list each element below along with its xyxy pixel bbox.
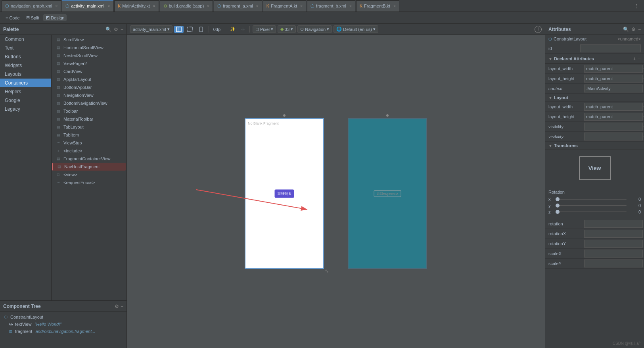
palette-item-icon: ▤ (56, 124, 61, 130)
phone1-nav-button[interactable]: 跳转到B (274, 189, 294, 198)
palette-search-icon[interactable]: 🔍 (105, 27, 111, 32)
constraint-layout-item[interactable]: ⬡ ConstraintLayout (2, 313, 125, 321)
palette-category-containers[interactable]: Containers (0, 79, 51, 87)
breadcrumb-icon: ⬡ (548, 37, 552, 41)
palette-category-buttons[interactable]: Buttons (0, 52, 51, 61)
transforms-section-header[interactable]: ▼ Transforms (545, 142, 644, 150)
declared-add-btn[interactable]: + (633, 56, 636, 62)
tab-close[interactable]: × (349, 4, 352, 8)
split-view-btn[interactable]: ⊞ Split (24, 14, 42, 21)
list-item[interactable]: ▤ NavigationView (52, 91, 126, 99)
phone2-nav-button[interactable]: 返回fragment A (374, 190, 401, 197)
nav-dropdown[interactable]: ⊙ Navigation ▾ (297, 25, 332, 33)
id-input[interactable] (580, 44, 641, 52)
rotation-y-slider[interactable] (556, 205, 627, 206)
code-view-btn[interactable]: ≡ Code (3, 15, 22, 21)
palette-category-common[interactable]: Common (0, 35, 51, 44)
tab-close[interactable]: × (107, 4, 110, 8)
layout-height-input[interactable] (584, 75, 643, 83)
layout-height-input2[interactable] (584, 113, 643, 121)
phone2-frame[interactable]: 返回fragment A (348, 118, 427, 269)
palette-category-google[interactable]: Google (0, 96, 51, 105)
list-item[interactable]: ▤ TabLayout (52, 123, 126, 131)
list-item[interactable]: ▤ Toolbar (52, 107, 126, 115)
list-item[interactable]: ▤ ViewPager2 (52, 60, 126, 67)
tab-build-gradle[interactable]: ⚙ build.gradle (:app) × (160, 0, 213, 12)
visibility-input2[interactable] (584, 133, 643, 140)
rotation-z-slider[interactable] (556, 211, 627, 212)
attrs-settings-icon[interactable]: ⚙ (631, 27, 636, 32)
device-dropdown[interactable]: ◻ Pixel ▾ (253, 25, 276, 33)
tab-nav-graph[interactable]: ⬡ navigation_graph.xml × (2, 0, 61, 12)
list-item[interactable]: ▤ HorizontalScrollView (52, 44, 126, 52)
palette-category-text[interactable]: Text (0, 44, 51, 52)
layout-width-input[interactable] (584, 65, 643, 73)
api-dropdown[interactable]: ◆ 33 ▾ (278, 25, 296, 33)
list-item[interactable]: ▤ AppBarLayout (52, 75, 126, 83)
phone1-frame[interactable]: No Blank Fragment 跳转到B (245, 118, 324, 269)
tab-fragment-b-kt[interactable]: K FragmentB.kt × (356, 0, 399, 12)
tab-close[interactable]: × (256, 4, 259, 8)
palette-category-widgets[interactable]: Widgets (0, 61, 51, 70)
design-mode-btn[interactable] (174, 26, 184, 33)
tab-fragment-a-xml[interactable]: ⬡ fragment_a.xml × (214, 0, 262, 12)
scaleX-field-input[interactable] (584, 250, 643, 258)
tab-main-activity[interactable]: K MainActivity.kt × (114, 0, 159, 12)
list-item[interactable]: ▤ BottomNavigationView (52, 99, 126, 107)
component-tree-settings-icon[interactable]: ⚙ (115, 304, 119, 309)
context-input[interactable] (584, 85, 643, 92)
palette-category-legacy[interactable]: Legacy (0, 105, 51, 113)
scaleY-field-input[interactable] (584, 260, 643, 267)
layout-section-header[interactable]: ▼ Layout (545, 94, 644, 102)
palette-settings-icon[interactable]: ⚙ (114, 27, 118, 32)
tab-close[interactable]: × (300, 4, 303, 8)
locale-dropdown[interactable]: 🌐 Default (en-us) ▾ (334, 25, 378, 33)
tab-fragment-a-kt[interactable]: K FragmentA.kt × (263, 0, 306, 12)
list-item[interactable]: ▤ ScrollView (52, 36, 126, 44)
tab-close[interactable]: × (207, 4, 209, 8)
blueprint-mode-btn[interactable] (185, 26, 195, 33)
list-item[interactable]: ▤ TabItem (52, 131, 126, 139)
list-item[interactable]: ▤ NestedScrollView (52, 52, 126, 60)
orientation-btn[interactable] (196, 26, 206, 33)
rotation-x-slider[interactable] (556, 199, 627, 200)
list-item[interactable]: ⋯ ViewStub (52, 139, 126, 147)
fragment-item[interactable]: ▤ fragment androidx.navigation.fragment.… (2, 328, 125, 335)
textview-item[interactable]: Ab textView "Hello World!" (2, 321, 125, 328)
list-item[interactable]: ▤ CardView (52, 67, 126, 75)
design-view-btn[interactable]: ◩ Design (43, 14, 67, 21)
list-item[interactable]: < <include> (52, 147, 126, 155)
tab-close[interactable]: × (153, 4, 155, 8)
tab-menu-btn[interactable]: ⋮ (631, 3, 642, 9)
palette-close-icon[interactable]: − (121, 27, 123, 32)
declared-minus-btn[interactable]: − (638, 56, 641, 62)
tab-close[interactable]: × (393, 4, 396, 8)
list-item[interactable]: □ <view> (52, 171, 126, 179)
list-item[interactable]: ▤ BottomAppBar (52, 83, 126, 91)
declared-section-header[interactable]: ▼ Declared Attributes + − (545, 54, 644, 64)
rotationX-field-input[interactable] (584, 230, 643, 238)
list-item[interactable]: ⋯ <requestFocus> (52, 179, 126, 186)
palette-category-layouts[interactable]: Layouts (0, 70, 51, 79)
list-item[interactable]: ▤ FragmentContainerView (52, 155, 126, 163)
component-tree-close-icon[interactable]: − (121, 304, 123, 309)
attrs-search-icon[interactable]: 🔍 (623, 27, 629, 32)
tab-activity-main[interactable]: ⬡ activity_main.xml × (62, 0, 113, 12)
rotationY-field-input[interactable] (584, 240, 643, 248)
nav-host-fragment-item[interactable]: ▤ NavHostFragment (52, 163, 126, 171)
info-button[interactable]: i (535, 26, 542, 33)
layout-width-input2[interactable] (584, 103, 643, 111)
palette-category-helpers[interactable]: Helpers (0, 87, 51, 96)
rotation-y-label: y (548, 203, 553, 208)
file-dropdown[interactable]: activity_main.xml ▾ (130, 25, 172, 33)
drag-handle[interactable]: ⤡ (325, 268, 329, 274)
attrs-close-icon[interactable]: − (638, 27, 641, 32)
magic-btn[interactable]: ✨ (228, 26, 238, 33)
list-item[interactable]: ▤ MaterialToolbar (52, 115, 126, 123)
visibility-input1[interactable] (584, 123, 643, 131)
cursor-btn[interactable]: ⊹ (239, 26, 247, 33)
tab-close[interactable]: × (56, 4, 58, 8)
rotation-field-input[interactable] (584, 220, 643, 228)
tab-icon: ⬡ (310, 4, 314, 9)
tab-fragment-b-xml[interactable]: ⬡ fragment_b.xml × (307, 0, 355, 12)
